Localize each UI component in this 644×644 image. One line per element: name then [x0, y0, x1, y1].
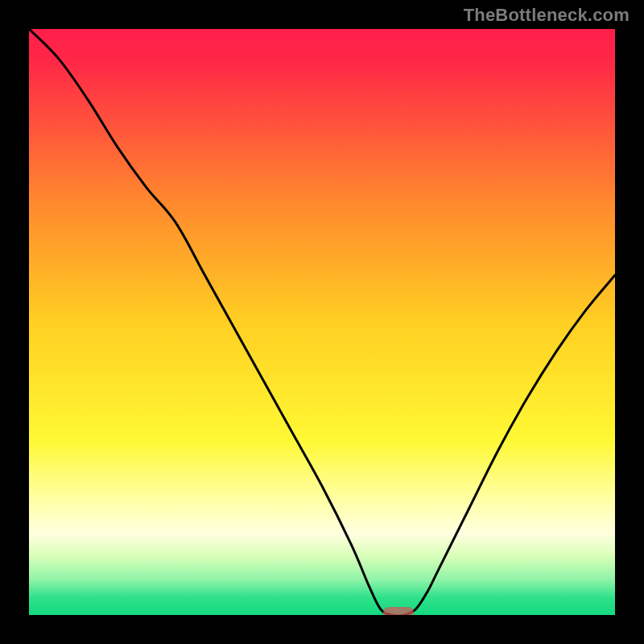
- chart-frame: TheBottleneck.com: [0, 0, 644, 644]
- plot-area: [29, 29, 615, 615]
- optimal-marker: [383, 607, 414, 615]
- attribution-label: TheBottleneck.com: [464, 5, 630, 26]
- bottleneck-curve: [29, 29, 615, 615]
